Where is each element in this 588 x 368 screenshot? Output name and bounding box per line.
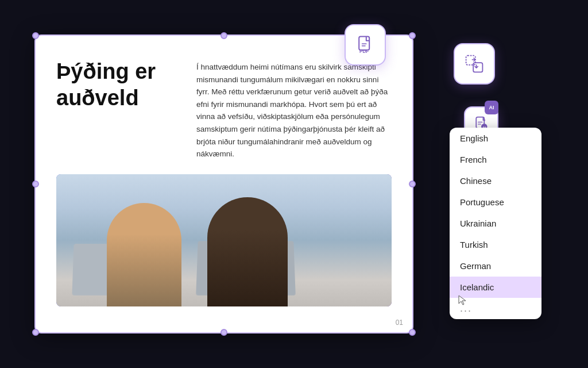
lang-item-portuguese[interactable]: Portuguese <box>450 191 541 213</box>
corner-dot-bl <box>32 329 39 336</box>
pdf-button[interactable]: PDF <box>345 24 386 66</box>
pdf-icon: PDF <box>355 34 376 55</box>
card-title: Þýðing er auðveld <box>56 59 183 160</box>
corner-dot-tl <box>32 32 39 39</box>
lang-item-turkish[interactable]: Turkish <box>450 234 541 255</box>
svg-rect-0 <box>359 37 369 50</box>
card-image <box>56 174 392 306</box>
corner-dot-br <box>409 329 416 336</box>
ai-badge-label: AI <box>489 105 494 110</box>
page-number: 01 <box>396 319 403 327</box>
lang-item-english[interactable]: English <box>450 128 541 149</box>
lang-item-french[interactable]: French <box>450 149 541 170</box>
lang-item-ukrainian[interactable]: Ukrainian <box>450 213 541 234</box>
corner-dot-ml <box>32 181 39 187</box>
corner-dot-tr <box>409 32 416 39</box>
card-body-text: Í hnattvæddum heimi nútímans eru skilvir… <box>196 59 392 160</box>
scene: Þýðing er auðveld Í hnattvæddum heimi nú… <box>0 0 588 368</box>
person-right <box>207 197 288 306</box>
ai-badge: AI <box>485 101 498 114</box>
transform-icon <box>464 53 485 74</box>
card-content: Þýðing er auðveld Í hnattvæddum heimi nú… <box>56 59 392 309</box>
card-top: Þýðing er auðveld Í hnattvæddum heimi nú… <box>56 59 392 160</box>
corner-dot-tc <box>220 32 227 39</box>
document-card: Þýðing er auðveld Í hnattvæddum heimi nú… <box>34 34 413 334</box>
language-dropdown: English French Chinese Portuguese Ukrain… <box>450 128 541 319</box>
lang-item-german[interactable]: German <box>450 255 541 277</box>
transform-button[interactable] <box>454 43 495 85</box>
corner-dot-mr <box>409 181 416 187</box>
lang-item-chinese[interactable]: Chinese <box>450 170 541 191</box>
person-left <box>107 203 181 306</box>
cursor-icon <box>457 294 468 306</box>
svg-text:PDF: PDF <box>359 49 369 54</box>
corner-dot-bc <box>220 329 227 336</box>
